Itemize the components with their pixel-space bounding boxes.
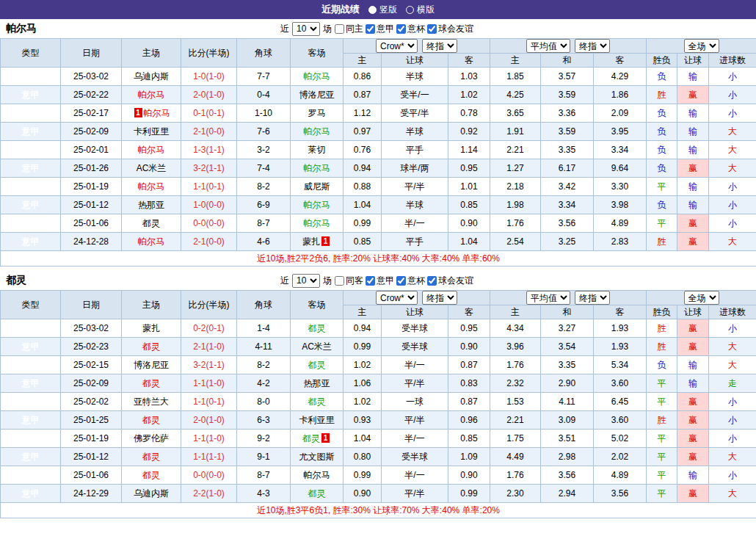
league-cell[interactable]: 意甲 (1, 68, 61, 86)
team-link[interactable]: 帕尔马 (138, 90, 164, 100)
team-link[interactable]: 都灵 (308, 360, 326, 370)
league-cell[interactable]: 意甲 (1, 356, 61, 374)
team-link[interactable]: 都灵 (142, 415, 160, 425)
filter-checkbox-option[interactable]: 球会友谊 (427, 275, 473, 287)
team-link[interactable]: 罗马 (308, 108, 326, 118)
team-link[interactable]: 都灵 (142, 378, 160, 388)
league-cell[interactable]: 意甲 (1, 411, 61, 430)
team-link[interactable]: 都灵 (302, 433, 320, 443)
team-link[interactable]: 帕尔马 (138, 236, 164, 247)
team-link[interactable]: 热那亚 (138, 200, 164, 210)
team-link[interactable]: 帕尔马 (304, 163, 330, 173)
team-link[interactable]: AC米兰 (137, 163, 167, 173)
team-link[interactable]: 帕尔马 (304, 470, 330, 480)
sub-header-goals: 进球数 (709, 305, 756, 319)
league-cell[interactable]: 意甲 (1, 466, 61, 485)
team-link[interactable]: 帕尔马 (304, 200, 330, 210)
league-cell[interactable]: 意甲 (1, 338, 61, 356)
filter-checkbox-option[interactable]: 意甲 (366, 23, 394, 35)
filter-checkbox-option[interactable]: 意杯 (396, 275, 425, 287)
home-team-cell: 博洛尼亚 (122, 356, 181, 374)
radio-icon[interactable] (406, 6, 414, 14)
full-match-select[interactable]: 全场 (684, 39, 719, 53)
team-link[interactable]: 帕尔马 (144, 108, 170, 118)
filter-checkbox-option[interactable]: 球会友谊 (427, 23, 473, 35)
league-cell[interactable]: 意甲 (1, 430, 61, 448)
odds-away-cell: 0.99 (448, 485, 490, 503)
team-link[interactable]: 博洛尼亚 (299, 90, 335, 100)
team-link[interactable]: 莱切 (308, 145, 326, 155)
league-cell[interactable]: 意甲 (1, 178, 61, 196)
average-odds-select[interactable]: 平均值 (526, 39, 570, 53)
team-link[interactable]: 乌迪内斯 (134, 488, 169, 499)
league-cell[interactable]: 意甲 (1, 448, 61, 466)
filter-checkbox[interactable] (366, 24, 375, 34)
league-cell[interactable]: 意甲 (1, 393, 61, 411)
goals-result-cell: 小 (709, 319, 756, 338)
filter-checkbox-option[interactable]: 意甲 (366, 275, 394, 287)
filter-checkbox-option[interactable]: 同主 (335, 23, 363, 35)
league-cell[interactable]: 意甲 (1, 159, 61, 178)
avg-home-cell: 2.30 (490, 485, 541, 503)
team-link[interactable]: 都灵 (142, 218, 160, 228)
team-link[interactable]: 都灵 (142, 341, 160, 352)
team-link[interactable]: 蒙扎 (142, 323, 160, 333)
team-link[interactable]: 卡利亚里 (299, 415, 335, 425)
team-link[interactable]: 尤文图斯 (299, 452, 335, 462)
league-cell[interactable]: 意甲 (1, 123, 61, 141)
match-count-select[interactable]: 10 (292, 274, 320, 288)
filter-checkbox[interactable] (427, 24, 437, 34)
team-link[interactable]: 都灵 (308, 488, 326, 499)
team-link[interactable]: 帕尔马 (138, 181, 164, 192)
odds-provider-select[interactable]: Crow* (376, 39, 418, 53)
odds-provider-select[interactable]: Crow* (376, 291, 418, 305)
team-link[interactable]: 都灵 (142, 452, 160, 462)
filter-checkbox[interactable] (335, 276, 344, 286)
team-link[interactable]: 帕尔马 (138, 145, 164, 155)
league-cell[interactable]: 意甲 (1, 86, 61, 104)
filter-checkbox-option[interactable]: 同客 (335, 275, 363, 287)
league-cell[interactable]: 意甲 (1, 141, 61, 159)
team-link[interactable]: 帕尔马 (304, 71, 330, 82)
final-odds-select-2[interactable]: 终指 (575, 39, 610, 53)
league-cell[interactable]: 意甲 (1, 485, 61, 503)
team-link[interactable]: 卡利亚里 (134, 126, 169, 137)
team-link[interactable]: 蒙扎 (302, 236, 320, 247)
team-link[interactable]: 亚特兰大 (134, 396, 169, 407)
team-link[interactable]: 威尼斯 (304, 181, 330, 192)
league-cell[interactable]: 意甲 (1, 196, 61, 214)
filter-checkbox[interactable] (427, 276, 437, 286)
filter-checkbox[interactable] (396, 276, 406, 286)
league-cell[interactable]: 意甲 (1, 233, 61, 251)
league-cell[interactable]: 意甲 (1, 374, 61, 393)
layout-radio[interactable]: 竖版 (368, 4, 397, 16)
corner-cell: 3-2 (237, 141, 291, 159)
layout-radio[interactable]: 横版 (406, 4, 435, 16)
average-odds-select[interactable]: 平均值 (526, 291, 570, 305)
league-cell[interactable]: 意甲 (1, 104, 61, 123)
team-link[interactable]: 都灵 (308, 396, 326, 407)
full-match-select[interactable]: 全场 (684, 291, 719, 305)
corner-cell: 7-6 (237, 123, 291, 141)
final-odds-select-2[interactable]: 终指 (575, 291, 610, 305)
match-count-select[interactable]: 10 (292, 22, 320, 36)
team-link[interactable]: 都灵 (308, 323, 326, 333)
league-cell[interactable]: 意甲 (1, 214, 61, 233)
league-cell[interactable]: 意甲 (1, 319, 61, 338)
team-link[interactable]: 帕尔马 (304, 218, 330, 228)
team-link[interactable]: 博洛尼亚 (134, 360, 169, 370)
final-odds-select[interactable]: 终指 (422, 291, 457, 305)
filter-checkbox[interactable] (396, 24, 406, 34)
team-link[interactable]: 乌迪内斯 (134, 71, 169, 82)
team-link[interactable]: 佛罗伦萨 (134, 433, 169, 443)
team-link[interactable]: AC米兰 (302, 341, 332, 352)
team-link[interactable]: 帕尔马 (304, 126, 330, 137)
filter-checkbox[interactable] (335, 24, 344, 34)
team-link[interactable]: 热那亚 (304, 378, 330, 388)
radio-icon[interactable] (368, 6, 377, 14)
final-odds-select[interactable]: 终指 (422, 39, 457, 53)
filter-checkbox-option[interactable]: 意杯 (396, 23, 425, 35)
team-link[interactable]: 都灵 (142, 470, 160, 480)
away-team-cell: 尤文图斯 (291, 448, 344, 466)
filter-checkbox[interactable] (366, 276, 375, 286)
